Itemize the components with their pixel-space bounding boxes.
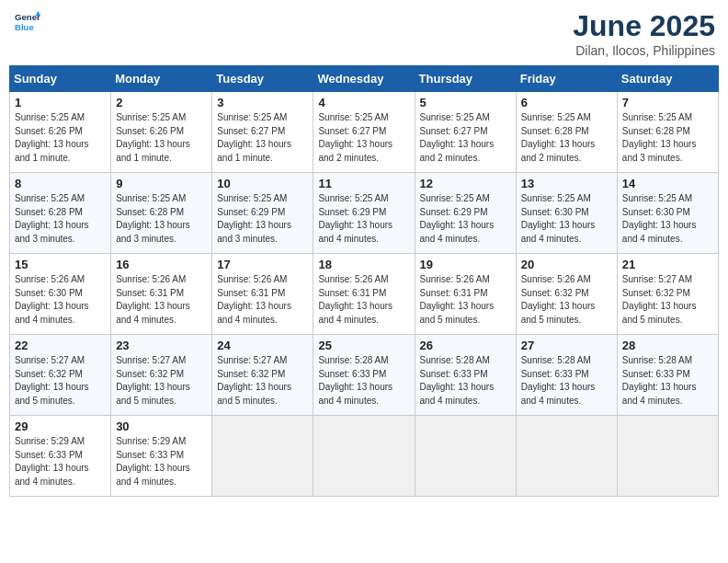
day-number: 17 (217, 258, 308, 271)
day-info: Sunrise: 5:25 AM Sunset: 6:28 PM Dayligh… (116, 192, 207, 246)
calendar-cell: 22Sunrise: 5:27 AM Sunset: 6:32 PM Dayli… (10, 335, 111, 416)
day-info: Sunrise: 5:25 AM Sunset: 6:27 PM Dayligh… (217, 111, 308, 165)
day-number: 4 (318, 96, 409, 109)
calendar-cell: 29Sunrise: 5:29 AM Sunset: 6:33 PM Dayli… (10, 416, 111, 497)
day-info: Sunrise: 5:26 AM Sunset: 6:31 PM Dayligh… (217, 273, 308, 327)
day-number: 19 (420, 258, 511, 271)
logo: General Blue (13, 9, 42, 35)
calendar-cell: 25Sunrise: 5:28 AM Sunset: 6:33 PM Dayli… (313, 335, 415, 416)
location: Dilan, Ilocos, Philippines (573, 43, 715, 58)
day-info: Sunrise: 5:25 AM Sunset: 6:30 PM Dayligh… (622, 192, 713, 246)
calendar-cell: 8Sunrise: 5:25 AM Sunset: 6:28 PM Daylig… (10, 173, 111, 254)
day-number: 12 (420, 177, 511, 190)
day-number: 23 (116, 339, 207, 352)
calendar-cell: 28Sunrise: 5:28 AM Sunset: 6:33 PM Dayli… (617, 335, 718, 416)
calendar-cell: 16Sunrise: 5:26 AM Sunset: 6:31 PM Dayli… (111, 254, 212, 335)
day-number: 22 (15, 339, 106, 352)
calendar-cell: 27Sunrise: 5:28 AM Sunset: 6:33 PM Dayli… (516, 335, 617, 416)
calendar-cell: 9Sunrise: 5:25 AM Sunset: 6:28 PM Daylig… (111, 173, 212, 254)
day-info: Sunrise: 5:27 AM Sunset: 6:32 PM Dayligh… (116, 354, 207, 408)
day-number: 16 (116, 258, 207, 271)
title-block: June 2025 Dilan, Ilocos, Philippines (573, 9, 715, 58)
day-info: Sunrise: 5:28 AM Sunset: 6:33 PM Dayligh… (318, 354, 409, 408)
day-number: 2 (116, 96, 207, 109)
column-header-monday: Monday (111, 66, 212, 92)
day-number: 25 (318, 339, 409, 352)
day-number: 15 (15, 258, 106, 271)
day-info: Sunrise: 5:26 AM Sunset: 6:31 PM Dayligh… (420, 273, 511, 327)
calendar-cell: 18Sunrise: 5:26 AM Sunset: 6:31 PM Dayli… (313, 254, 415, 335)
day-info: Sunrise: 5:25 AM Sunset: 6:29 PM Dayligh… (420, 192, 511, 246)
day-info: Sunrise: 5:25 AM Sunset: 6:26 PM Dayligh… (15, 111, 106, 165)
calendar-cell (415, 416, 516, 497)
day-info: Sunrise: 5:28 AM Sunset: 6:33 PM Dayligh… (622, 354, 713, 408)
column-header-sunday: Sunday (10, 66, 111, 92)
calendar-cell: 13Sunrise: 5:25 AM Sunset: 6:30 PM Dayli… (516, 173, 617, 254)
calendar-week-row: 22Sunrise: 5:27 AM Sunset: 6:32 PM Dayli… (10, 335, 719, 416)
day-number: 30 (116, 419, 207, 433)
calendar-header-row: SundayMondayTuesdayWednesdayThursdayFrid… (10, 66, 719, 92)
calendar-cell: 23Sunrise: 5:27 AM Sunset: 6:32 PM Dayli… (111, 335, 212, 416)
day-number: 5 (420, 96, 511, 109)
day-info: Sunrise: 5:25 AM Sunset: 6:27 PM Dayligh… (420, 111, 511, 165)
calendar-cell: 26Sunrise: 5:28 AM Sunset: 6:33 PM Dayli… (415, 335, 516, 416)
calendar-cell (313, 416, 415, 497)
calendar-cell: 10Sunrise: 5:25 AM Sunset: 6:29 PM Dayli… (212, 173, 313, 254)
calendar-cell (617, 416, 718, 497)
calendar-cell: 1Sunrise: 5:25 AM Sunset: 6:26 PM Daylig… (10, 92, 111, 173)
day-number: 20 (521, 258, 612, 271)
calendar-cell: 2Sunrise: 5:25 AM Sunset: 6:26 PM Daylig… (111, 92, 212, 173)
calendar-week-row: 8Sunrise: 5:25 AM Sunset: 6:28 PM Daylig… (10, 173, 719, 254)
day-info: Sunrise: 5:26 AM Sunset: 6:30 PM Dayligh… (15, 273, 106, 327)
day-info: Sunrise: 5:29 AM Sunset: 6:33 PM Dayligh… (15, 435, 106, 488)
calendar-cell: 20Sunrise: 5:26 AM Sunset: 6:32 PM Dayli… (516, 254, 617, 335)
column-header-thursday: Thursday (415, 66, 516, 92)
day-number: 11 (318, 177, 409, 190)
day-number: 28 (622, 339, 713, 352)
calendar-body: 1Sunrise: 5:25 AM Sunset: 6:26 PM Daylig… (10, 92, 719, 497)
calendar-cell (212, 416, 313, 497)
calendar-cell: 3Sunrise: 5:25 AM Sunset: 6:27 PM Daylig… (212, 92, 313, 173)
day-info: Sunrise: 5:27 AM Sunset: 6:32 PM Dayligh… (15, 354, 106, 408)
calendar-cell: 19Sunrise: 5:26 AM Sunset: 6:31 PM Dayli… (415, 254, 516, 335)
day-info: Sunrise: 5:25 AM Sunset: 6:28 PM Dayligh… (622, 111, 713, 165)
month-title: June 2025 (573, 9, 715, 43)
day-number: 10 (217, 177, 308, 190)
calendar-cell: 5Sunrise: 5:25 AM Sunset: 6:27 PM Daylig… (415, 92, 516, 173)
day-number: 29 (15, 419, 106, 433)
day-number: 8 (15, 177, 106, 190)
calendar-cell (516, 416, 617, 497)
calendar-cell: 14Sunrise: 5:25 AM Sunset: 6:30 PM Dayli… (617, 173, 718, 254)
day-number: 1 (15, 96, 106, 109)
day-info: Sunrise: 5:26 AM Sunset: 6:31 PM Dayligh… (116, 273, 207, 327)
svg-text:General: General (15, 12, 40, 22)
day-number: 6 (521, 96, 612, 109)
calendar-week-row: 1Sunrise: 5:25 AM Sunset: 6:26 PM Daylig… (10, 92, 719, 173)
column-header-wednesday: Wednesday (313, 66, 415, 92)
day-number: 26 (420, 339, 511, 352)
day-info: Sunrise: 5:25 AM Sunset: 6:27 PM Dayligh… (318, 111, 409, 165)
day-number: 7 (622, 96, 713, 109)
day-info: Sunrise: 5:27 AM Sunset: 6:32 PM Dayligh… (622, 273, 713, 327)
calendar-cell: 4Sunrise: 5:25 AM Sunset: 6:27 PM Daylig… (313, 92, 415, 173)
calendar-cell: 7Sunrise: 5:25 AM Sunset: 6:28 PM Daylig… (617, 92, 718, 173)
calendar-cell: 30Sunrise: 5:29 AM Sunset: 6:33 PM Dayli… (111, 416, 212, 497)
day-info: Sunrise: 5:29 AM Sunset: 6:33 PM Dayligh… (116, 435, 207, 488)
day-info: Sunrise: 5:25 AM Sunset: 6:29 PM Dayligh… (318, 192, 409, 246)
column-header-saturday: Saturday (617, 66, 718, 92)
calendar-table: SundayMondayTuesdayWednesdayThursdayFrid… (9, 65, 719, 497)
day-info: Sunrise: 5:26 AM Sunset: 6:32 PM Dayligh… (521, 273, 612, 327)
svg-text:Blue: Blue (15, 22, 34, 32)
day-info: Sunrise: 5:28 AM Sunset: 6:33 PM Dayligh… (521, 354, 612, 408)
day-info: Sunrise: 5:26 AM Sunset: 6:31 PM Dayligh… (318, 273, 409, 327)
day-number: 18 (318, 258, 409, 271)
page-header: General Blue June 2025 Dilan, Ilocos, Ph… (9, 9, 719, 58)
calendar-cell: 6Sunrise: 5:25 AM Sunset: 6:28 PM Daylig… (516, 92, 617, 173)
calendar-cell: 17Sunrise: 5:26 AM Sunset: 6:31 PM Dayli… (212, 254, 313, 335)
day-number: 14 (622, 177, 713, 190)
calendar-cell: 11Sunrise: 5:25 AM Sunset: 6:29 PM Dayli… (313, 173, 415, 254)
calendar-week-row: 29Sunrise: 5:29 AM Sunset: 6:33 PM Dayli… (10, 416, 719, 497)
day-info: Sunrise: 5:25 AM Sunset: 6:28 PM Dayligh… (15, 192, 106, 246)
column-header-tuesday: Tuesday (212, 66, 313, 92)
day-number: 3 (217, 96, 308, 109)
